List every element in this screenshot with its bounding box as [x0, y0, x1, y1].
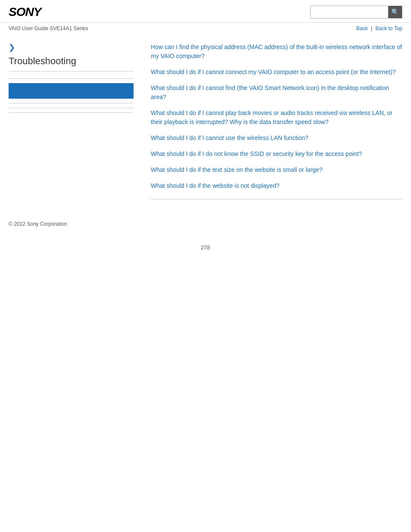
- search-input[interactable]: [311, 6, 388, 18]
- content-link-4[interactable]: What should I do if I cannot use the wir…: [151, 134, 308, 141]
- sidebar-divider-3: [9, 108, 134, 108]
- list-item: How can I find the physical address (MAC…: [151, 43, 402, 61]
- content-link-3[interactable]: What should I do if I cannot play back m…: [151, 109, 392, 125]
- sidebar-divider-2: [9, 103, 134, 103]
- back-link[interactable]: Back: [356, 25, 368, 31]
- sony-logo: SONY: [9, 5, 41, 19]
- nav-separator: |: [371, 25, 372, 31]
- search-bar: 🔍: [310, 6, 402, 19]
- list-item: What should I do if I cannot use the wir…: [151, 134, 402, 143]
- content-area: How can I find the physical address (MAC…: [142, 43, 402, 199]
- search-icon: 🔍: [391, 8, 399, 16]
- sidebar: ❯ Troubleshooting: [9, 43, 142, 199]
- content-link-6[interactable]: What should I do if the text size on the…: [151, 166, 322, 173]
- list-item: What should I do if I cannot find (the V…: [151, 84, 402, 102]
- page-number: 278: [0, 236, 411, 259]
- header: SONY 🔍: [0, 0, 411, 23]
- sidebar-title: Troubleshooting: [9, 56, 134, 72]
- list-item: What should I do if I cannot connect my …: [151, 68, 402, 77]
- list-item: What should I do if I do not know the SS…: [151, 149, 402, 159]
- content-link-2[interactable]: What should I do if I cannot find (the V…: [151, 84, 389, 100]
- footer: © 2012 Sony Corporation: [0, 208, 411, 236]
- back-to-top-link[interactable]: Back to Top: [376, 25, 402, 31]
- list-item: What should I do if I cannot play back m…: [151, 109, 402, 127]
- main-container: ❯ Troubleshooting How can I find the phy…: [0, 34, 411, 208]
- content-link-0[interactable]: How can I find the physical address (MAC…: [151, 44, 402, 59]
- list-item: What should I do if the website is not d…: [151, 181, 402, 190]
- sidebar-divider-4: [9, 112, 134, 113]
- sidebar-active-item[interactable]: [9, 83, 134, 99]
- content-links: How can I find the physical address (MAC…: [151, 43, 402, 190]
- content-link-1[interactable]: What should I do if I cannot connect my …: [151, 68, 396, 75]
- content-link-7[interactable]: What should I do if the website is not d…: [151, 182, 280, 189]
- list-item: What should I do if the text size on the…: [151, 165, 402, 174]
- nav-links: Back | Back to Top: [356, 25, 402, 31]
- expand-chevron-icon[interactable]: ❯: [9, 43, 134, 52]
- guide-title: VAIO User Guide SVE14A1 Series: [9, 25, 88, 31]
- sub-header: VAIO User Guide SVE14A1 Series Back | Ba…: [0, 23, 411, 34]
- search-button[interactable]: 🔍: [388, 6, 402, 18]
- content-link-5[interactable]: What should I do if I do not know the SS…: [151, 150, 362, 157]
- copyright-text: © 2012 Sony Corporation: [9, 221, 67, 227]
- sidebar-divider-1: [9, 78, 134, 79]
- content-bottom-divider: [151, 199, 402, 199]
